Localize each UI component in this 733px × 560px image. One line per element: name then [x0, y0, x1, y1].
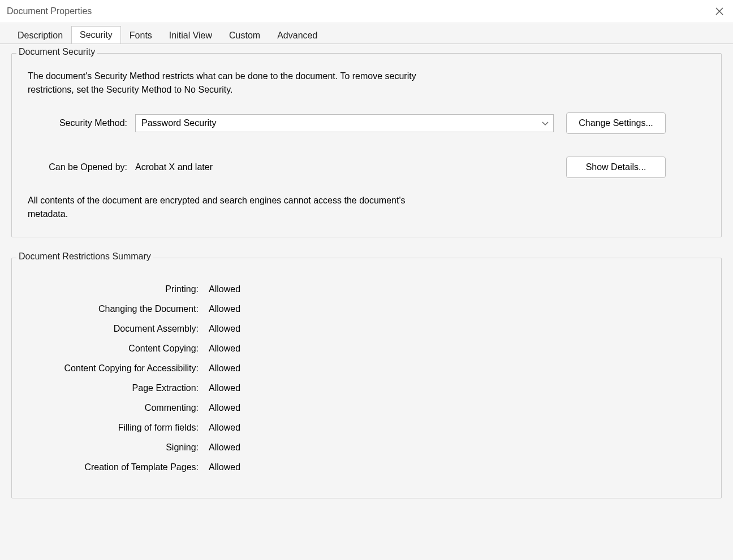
tab-initial-view[interactable]: Initial View: [161, 27, 221, 44]
restriction-row: Content Copying: Allowed: [28, 344, 705, 354]
tabs-row: Description Security Fonts Initial View …: [0, 23, 733, 44]
tab-security[interactable]: Security: [71, 26, 121, 44]
opened-by-value: Acrobat X and later: [135, 162, 554, 172]
title-bar: Document Properties: [0, 0, 733, 23]
restriction-row: Filling of form fields: Allowed: [28, 423, 705, 433]
security-method-label: Security Method:: [28, 118, 135, 128]
restriction-row: Content Copying for Accessibility: Allow…: [28, 363, 705, 374]
restriction-label: Changing the Document:: [28, 304, 209, 314]
document-security-legend: Document Security: [16, 47, 97, 57]
restriction-label: Document Assembly:: [28, 324, 209, 334]
window-title: Document Properties: [7, 6, 713, 16]
encryption-note: All contents of the document are encrypt…: [28, 194, 446, 221]
restriction-row: Commenting: Allowed: [28, 403, 705, 413]
restriction-label: Content Copying for Accessibility:: [28, 363, 209, 374]
tab-custom[interactable]: Custom: [221, 27, 269, 44]
close-button[interactable]: [713, 5, 726, 18]
restriction-row: Page Extraction: Allowed: [28, 383, 705, 393]
security-method-row: Security Method: Password Security Chang…: [28, 112, 705, 134]
security-intro-text: The document's Security Method restricts…: [28, 70, 424, 97]
show-details-button[interactable]: Show Details...: [566, 157, 666, 178]
restriction-value: Allowed: [209, 462, 240, 472]
restriction-value: Allowed: [209, 363, 240, 374]
restriction-value: Allowed: [209, 423, 240, 433]
restriction-row: Changing the Document: Allowed: [28, 304, 705, 314]
restriction-value: Allowed: [209, 284, 240, 294]
restriction-label: Content Copying:: [28, 344, 209, 354]
restriction-label: Commenting:: [28, 403, 209, 413]
restriction-value: Allowed: [209, 344, 240, 354]
security-method-value: Password Security: [141, 118, 542, 128]
restriction-value: Allowed: [209, 403, 240, 413]
restriction-label: Printing:: [28, 284, 209, 294]
restrictions-group: Document Restrictions Summary Printing: …: [11, 258, 722, 498]
restriction-label: Creation of Template Pages:: [28, 462, 209, 472]
tab-fonts[interactable]: Fonts: [121, 27, 161, 44]
change-settings-button[interactable]: Change Settings...: [566, 112, 666, 134]
dialog-body: Description Security Fonts Initial View …: [0, 23, 733, 560]
opened-by-label: Can be Opened by:: [28, 162, 135, 172]
close-icon: [715, 7, 723, 15]
content-area[interactable]: Document Security The document's Securit…: [0, 44, 733, 560]
opened-by-row: Can be Opened by: Acrobat X and later Sh…: [28, 157, 705, 178]
restriction-label: Filling of form fields:: [28, 423, 209, 433]
tab-advanced[interactable]: Advanced: [269, 27, 326, 44]
security-method-select[interactable]: Password Security: [135, 114, 554, 132]
tab-description[interactable]: Description: [9, 27, 71, 44]
restriction-value: Allowed: [209, 383, 240, 393]
restriction-label: Signing:: [28, 442, 209, 453]
restriction-row: Printing: Allowed: [28, 284, 705, 294]
chevron-down-icon: [542, 118, 549, 128]
restriction-value: Allowed: [209, 442, 240, 453]
restriction-row: Document Assembly: Allowed: [28, 324, 705, 334]
restrictions-legend: Document Restrictions Summary: [16, 251, 153, 262]
restriction-value: Allowed: [209, 324, 240, 334]
restriction-value: Allowed: [209, 304, 240, 314]
document-security-group: Document Security The document's Securit…: [11, 53, 722, 237]
restriction-row: Creation of Template Pages: Allowed: [28, 462, 705, 472]
restriction-row: Signing: Allowed: [28, 442, 705, 453]
scroll-spacer: [11, 519, 722, 560]
restriction-label: Page Extraction:: [28, 383, 209, 393]
restrictions-grid: Printing: Allowed Changing the Document:…: [28, 274, 705, 472]
